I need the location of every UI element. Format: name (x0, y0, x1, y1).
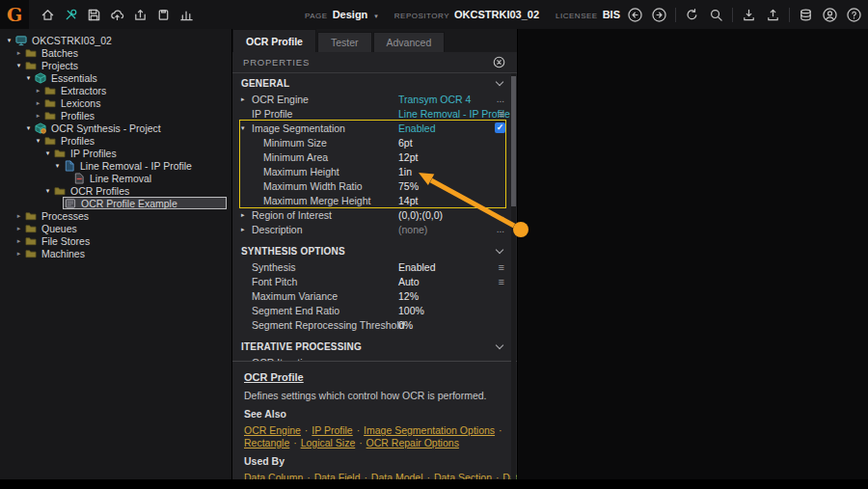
property-row-segment-end-ratio[interactable]: Segment End Ratio100% (232, 303, 517, 317)
tree-item-line-removal-ip-profile[interactable]: ▾Line Removal - IP Profile (0, 159, 231, 172)
row-menu-button[interactable]: ≡ (499, 261, 504, 273)
property-row-font-pitch[interactable]: Font PitchAuto≡ (232, 274, 517, 288)
tree-item-batches[interactable]: ▸Batches (0, 46, 231, 59)
tree-item-processes[interactable]: ▸Processes (0, 209, 231, 222)
section-header-iterative-processing[interactable]: ITERATIVE PROCESSING (232, 339, 517, 355)
property-row-maximum-width-ratio[interactable]: Maximum Width Ratio75% (232, 178, 517, 193)
back-icon[interactable] (627, 7, 643, 23)
property-row-maximum-merge-height[interactable]: Maximum Merge Height14pt (232, 193, 517, 207)
tree-item-okcstrki03-02[interactable]: ▾OKCSTRKI03_02 (0, 34, 231, 46)
property-row-maximum-variance[interactable]: Maximum Variance12% (232, 288, 517, 303)
tree-expander-icon[interactable]: ▾ (42, 184, 53, 197)
tree-expander-icon[interactable]: ▸ (14, 209, 24, 222)
account-icon[interactable] (822, 7, 838, 23)
section-header-synthesis-options[interactable]: SYNTHESIS OPTIONS (232, 243, 517, 259)
row-ellipsis-button[interactable]: ... (497, 94, 504, 104)
tree-item-profiles[interactable]: ▸Profiles (0, 109, 231, 122)
tab-ocr-profile[interactable]: OCR Profile (232, 29, 316, 52)
tree-item-projects[interactable]: ▾Projects (0, 59, 231, 71)
property-row-ocr-engine[interactable]: ▸OCR EngineTransym OCR 4... (232, 92, 517, 106)
tree-item-ocr-profiles[interactable]: ▾OCR Profiles (0, 184, 231, 197)
property-row-minimum-size[interactable]: Minimum Size6pt (232, 135, 517, 149)
tab-tester[interactable]: Tester (317, 32, 372, 52)
tree-expander-icon[interactable]: ▸ (14, 46, 24, 59)
scrollbar[interactable] (511, 73, 516, 479)
help-link-rectangle[interactable]: Rectangle (244, 437, 289, 448)
property-row-image-segmentation[interactable]: ▾Image SegmentationEnabled✓ (232, 121, 517, 135)
property-row-region-of-interest[interactable]: ▸Region of Interest(0,0);(0,0)... (232, 207, 517, 222)
tree-expander-icon[interactable]: ▸ (14, 234, 24, 247)
tree-item-profiles[interactable]: ▾Profiles (0, 134, 231, 147)
row-menu-button[interactable]: ≡ (499, 108, 504, 120)
tree-item-lexicons[interactable]: ▸Lexicons (0, 96, 231, 109)
save-icon[interactable] (472, 56, 485, 69)
paste-icon[interactable] (155, 7, 172, 23)
save-icon[interactable] (86, 7, 102, 23)
export-icon[interactable] (765, 7, 781, 23)
grooper-logo: G (0, 0, 29, 29)
property-row-description[interactable]: ▸Description(none)... (232, 222, 517, 236)
tree-expander-icon[interactable]: ▸ (33, 84, 43, 96)
tree-expander-icon[interactable]: ▸ (14, 247, 24, 259)
scrollbar-thumb[interactable] (511, 76, 516, 206)
property-row-minimum-area[interactable]: Minimum Area12pt (232, 149, 517, 164)
forward-icon[interactable] (651, 7, 667, 23)
link-separator: · (304, 472, 312, 479)
tree-item-essentials[interactable]: ▾Essentials (0, 71, 231, 84)
expander-collapsed-icon[interactable]: ▸ (241, 207, 252, 222)
cancel-icon[interactable] (493, 56, 506, 69)
import-icon[interactable] (741, 7, 757, 23)
property-row-synthesis[interactable]: SynthesisEnabled≡ (232, 259, 517, 274)
help-link-ocr-repair-options[interactable]: OCR Repair Options (366, 437, 459, 448)
tree-item-extractors[interactable]: ▸Extractors (0, 84, 231, 96)
property-row-maximum-height[interactable]: Maximum Height1in (232, 164, 517, 178)
tree-item-file-stores[interactable]: ▸File Stores (0, 234, 231, 247)
tree-item-ip-profiles[interactable]: ▾IP Profiles (0, 147, 231, 159)
tools-icon[interactable] (63, 7, 79, 23)
help-link-data-section[interactable]: Data Section (434, 472, 492, 479)
help-link-ip-profile[interactable]: IP Profile (312, 424, 352, 436)
property-row-segment-reprocessing-threshold[interactable]: Segment Reprocessing Threshold0% (232, 317, 517, 332)
tree-item-machines[interactable]: ▸Machines (0, 247, 231, 259)
row-ellipsis-button[interactable]: ... (497, 224, 504, 234)
tree-expander-icon[interactable]: ▾ (23, 122, 34, 134)
section-header-general[interactable]: GENERAL (232, 75, 517, 92)
enabled-checkbox[interactable]: ✓ (495, 122, 505, 133)
tree-item-line-removal[interactable]: Line Removal (0, 172, 231, 184)
help-link-data-column[interactable]: Data Column (244, 472, 303, 479)
expander-collapsed-icon[interactable]: ▸ (241, 92, 252, 106)
tab-advanced[interactable]: Advanced (373, 32, 446, 52)
tree-item-ocr-synthesis-project[interactable]: ▾OCR Synthesis - Project (0, 122, 231, 134)
help-link-data-model[interactable]: Data Model (371, 472, 423, 479)
bar-chart-icon[interactable] (178, 7, 195, 23)
row-ellipsis-button[interactable]: ... (497, 209, 504, 220)
expander-collapsed-icon[interactable]: ▸ (241, 222, 252, 236)
box-upload-icon[interactable] (132, 7, 149, 23)
tree-expander-icon[interactable]: ▾ (14, 59, 24, 71)
page-selector[interactable]: PAGE Design ▾ (305, 9, 378, 20)
tree-expander-icon[interactable]: ▾ (33, 134, 43, 147)
home-icon[interactable] (40, 7, 56, 23)
tree-expander-icon[interactable]: ▾ (52, 159, 63, 172)
help-title-link[interactable]: OCR Profile (244, 371, 304, 384)
tree-expander-icon[interactable]: ▾ (4, 34, 14, 46)
tree-item-ocr-profile-example[interactable]: OCR Profile Example (0, 197, 231, 209)
search-icon[interactable] (708, 7, 724, 23)
refresh-icon[interactable] (684, 7, 700, 23)
help-link-data-field[interactable]: Data Field (314, 472, 361, 479)
help-link-logical-size[interactable]: Logical Size (301, 437, 356, 448)
expander-expanded-icon[interactable]: ▾ (241, 121, 252, 135)
tree-expander-icon[interactable]: ▸ (14, 222, 24, 234)
layers-icon[interactable] (798, 7, 814, 23)
tree-expander-icon[interactable]: ▸ (33, 109, 43, 122)
help-icon[interactable] (846, 7, 862, 23)
tree-expander-icon[interactable]: ▸ (33, 96, 43, 109)
tree-expander-icon[interactable]: ▾ (23, 71, 34, 84)
property-row-ip-profile[interactable]: IP ProfileLine Removal - IP Profile≡ (232, 106, 517, 121)
help-link-ocr-engine[interactable]: OCR Engine (244, 424, 301, 436)
cloud-upload-icon[interactable] (109, 7, 125, 23)
row-menu-button[interactable]: ≡ (499, 276, 504, 287)
tree-expander-icon[interactable]: ▾ (42, 147, 53, 159)
help-link-image-segmentation-options[interactable]: Image Segmentation Options (364, 424, 495, 436)
tree-item-queues[interactable]: ▸Queues (0, 222, 231, 234)
